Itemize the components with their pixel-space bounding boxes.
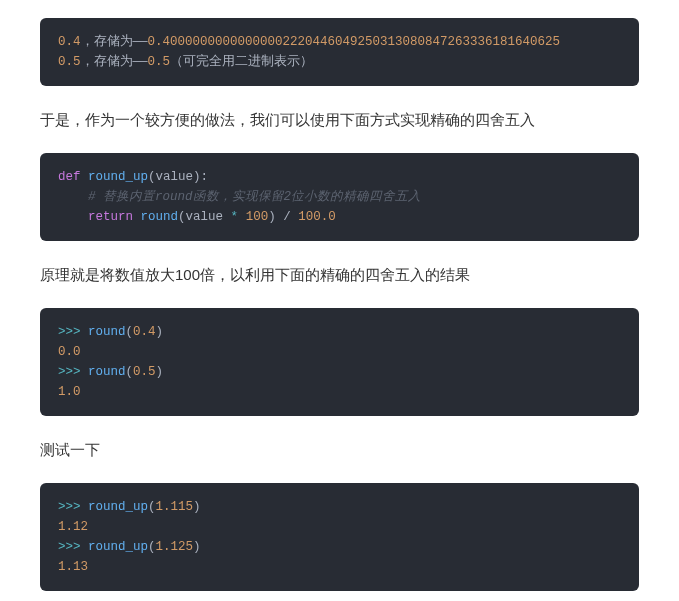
code-token: ( [148, 500, 156, 514]
code-prompt: >>> [58, 325, 81, 339]
code-function: round [88, 325, 126, 339]
paragraph: 于是，作为一个较方便的做法，我们可以使用下面方式实现精确的四舍五入 [40, 106, 639, 133]
code-output: 1.12 [58, 520, 88, 534]
code-function: round [88, 365, 126, 379]
code-token [81, 500, 89, 514]
code-prompt: >>> [58, 500, 81, 514]
code-token: / [276, 210, 299, 224]
code-token: ) [156, 325, 164, 339]
code-token: 0.4 [58, 35, 81, 49]
paragraph: 测试一下 [40, 436, 639, 463]
code-token: ) [193, 500, 201, 514]
code-token: ) [193, 540, 201, 554]
code-operator: * [231, 210, 239, 224]
code-token [81, 365, 89, 379]
code-token: ( [126, 325, 134, 339]
code-token: ( [178, 210, 186, 224]
code-token: 0.5 [148, 55, 171, 69]
code-number: 0.5 [133, 365, 156, 379]
code-comment: # 替换内置round函数，实现保留2位小数的精确四舍五入 [58, 190, 421, 204]
code-number: 1.115 [156, 500, 194, 514]
code-function: round_up [81, 170, 149, 184]
code-token: ( [148, 540, 156, 554]
code-token [81, 540, 89, 554]
code-token [133, 210, 141, 224]
code-token: : [201, 170, 209, 184]
code-params: (value) [148, 170, 201, 184]
code-function: round [141, 210, 179, 224]
code-block-storage: 0.4，存储为——0.40000000000000002220446049250… [40, 18, 639, 86]
code-token [81, 325, 89, 339]
code-token: ) [156, 365, 164, 379]
code-block-roundup-test: >>> round_up(1.115) 1.12 >>> round_up(1.… [40, 483, 639, 591]
code-token [58, 210, 88, 224]
code-output: 0.0 [58, 345, 81, 359]
code-token: （可完全用二进制表示） [170, 55, 313, 69]
code-token: value [186, 210, 231, 224]
code-number: 0.4 [133, 325, 156, 339]
code-keyword: def [58, 170, 81, 184]
code-function: round_up [88, 500, 148, 514]
code-token: 0.5 [58, 55, 81, 69]
code-token [238, 210, 246, 224]
code-block-roundup-def: def round_up(value): # 替换内置round函数，实现保留2… [40, 153, 639, 241]
code-block-round-demo: >>> round(0.4) 0.0 >>> round(0.5) 1.0 [40, 308, 639, 416]
paragraph: 原理就是将数值放大100倍，以利用下面的精确的四舍五入的结果 [40, 261, 639, 288]
code-prompt: >>> [58, 540, 81, 554]
code-token: ，存储为—— [81, 35, 148, 49]
code-token: ( [126, 365, 134, 379]
code-function: round_up [88, 540, 148, 554]
code-keyword: return [88, 210, 133, 224]
code-output: 1.0 [58, 385, 81, 399]
code-number: 100.0 [298, 210, 336, 224]
code-token: 5 [553, 35, 561, 49]
code-prompt: >>> [58, 365, 81, 379]
code-output: 1.13 [58, 560, 88, 574]
code-token: ，存储为—— [81, 55, 148, 69]
code-number: 1.125 [156, 540, 194, 554]
code-token: ) [268, 210, 276, 224]
code-number: 100 [246, 210, 269, 224]
code-token: 0.40000000000000002220446049250313080847… [148, 35, 553, 49]
